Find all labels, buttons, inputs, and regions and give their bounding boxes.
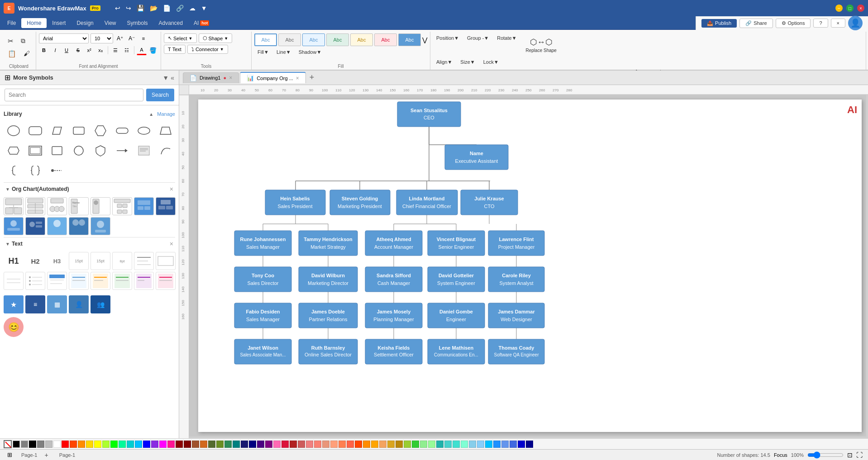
color-swatch-60[interactable] [518,441,525,448]
color-swatch-41[interactable] [363,441,370,448]
text-h3[interactable]: H3 [47,252,67,270]
orgchart-section-header[interactable]: ▼ Org Chart(Automated) × [4,182,175,195]
shadow-button[interactable]: Shadow▼ [296,47,325,57]
color-swatch-57[interactable] [493,441,501,448]
text-small-3[interactable]: 8pt [112,252,132,270]
text-template-colored-6[interactable] [156,272,176,290]
publish-button[interactable]: 📤 Publish [701,19,737,28]
shape-button[interactable]: ⬡ Shape ▼ [199,33,233,43]
tab-org-chart[interactable]: 📊 Company Org ... × [240,72,306,83]
copy-button[interactable]: ⧉ [18,35,29,47]
orgchart-section-close[interactable]: × [170,185,173,193]
color-swatch-19[interactable] [184,441,191,448]
color-swatch-51[interactable] [444,441,452,448]
close-app-button[interactable]: × [831,19,845,28]
orgchart-template-7[interactable] [134,197,154,215]
text-small-1[interactable]: 15pt [69,252,89,270]
text-h1[interactable]: H1 [4,252,24,270]
color-swatch-40[interactable] [355,441,362,448]
tab-drawing1-close[interactable]: × [229,75,232,81]
menu-symbols[interactable]: Symbols [122,18,153,28]
color-swatch-39[interactable] [347,441,354,448]
color-swatch-9[interactable] [102,441,110,448]
focus-button[interactable]: Focus [774,452,787,458]
group-button[interactable]: Group -▼ [464,33,492,56]
orgchart-template-10[interactable] [25,217,45,235]
text-h2[interactable]: H2 [25,252,45,270]
menu-file[interactable]: File [2,18,21,28]
color-swatch-43[interactable] [379,441,386,448]
undo-button[interactable]: ↩ [113,4,122,13]
fullscreen-button[interactable]: ⛶ [856,451,863,459]
color-swatch-3[interactable] [53,441,61,448]
align-arrange-button[interactable]: Align▼ [433,57,455,66]
color-swatch-45[interactable] [396,441,403,448]
font-family-select[interactable]: Arial [39,33,89,43]
fill-button[interactable]: Fill▼ [254,47,272,57]
orgchart-template-12[interactable] [69,217,89,235]
color-swatch-10[interactable] [110,441,118,448]
orgchart-template-5[interactable] [91,197,110,215]
color-swatch-21[interactable] [200,441,207,448]
color-swatch-46[interactable] [404,441,411,448]
color-swatch-26[interactable] [241,441,248,448]
color-swatch-15[interactable] [151,441,158,448]
color-swatch-58[interactable] [501,441,509,448]
text-template-colored-3[interactable] [91,272,110,290]
color-swatch-22[interactable] [208,441,215,448]
shape-pill[interactable] [112,122,132,140]
color-black[interactable] [13,441,20,448]
color-swatch-6[interactable] [78,441,85,448]
format-painter-button[interactable]: 🖌 [20,48,33,60]
color-swatch-30[interactable] [273,441,281,448]
orgchart-template-9[interactable] [4,217,24,235]
color-swatch-8[interactable] [94,441,101,448]
shape-parallelogram[interactable] [47,122,67,140]
color-swatch-18[interactable] [176,441,183,448]
menu-ai[interactable]: AI hot [188,18,215,28]
subscript-button[interactable]: x₂ [95,45,105,55]
color-swatch-42[interactable] [371,441,378,448]
style-swatch-3[interactable]: Abc [302,33,325,46]
color-swatch-5[interactable] [70,441,77,448]
text-small-2[interactable]: 15pt [91,252,110,270]
shape-bracket-box[interactable] [47,142,67,160]
italic-button[interactable]: I [50,45,60,55]
tab-org-close[interactable]: × [296,75,299,81]
color-swatch-34[interactable] [306,441,313,448]
rotate-button[interactable]: Rotate▼ [494,33,520,56]
cut-button[interactable]: ✂ [5,35,17,47]
more-button[interactable]: ▼ [199,4,209,13]
shape-rounded-rect[interactable] [25,122,45,140]
add-page-button[interactable]: + [44,451,48,459]
orgchart-template-3[interactable] [47,197,67,215]
select-button[interactable]: ↖ Select ▼ [164,33,197,43]
text-section-close[interactable]: × [170,240,173,247]
color-swatch-16[interactable] [159,441,167,448]
orgchart-template-13[interactable] [91,217,110,235]
color-swatch-20[interactable] [192,441,199,448]
shape-bracket[interactable] [25,161,45,180]
color-swatch-59[interactable] [510,441,517,448]
shape-plus-dot[interactable] [47,161,67,180]
style-swatch-1[interactable]: Abc [254,33,277,46]
fill-color-button[interactable]: 🪣 [148,45,158,55]
style-swatch-7[interactable]: Abc [398,33,421,46]
lock-button[interactable]: Lock▼ [480,57,502,66]
close-button[interactable]: × [857,5,864,12]
text-template-colored-4[interactable] [112,272,132,290]
add-tab-button[interactable]: + [307,73,317,82]
text-template-icon-5[interactable]: 👥 [91,295,110,313]
search-input[interactable] [5,89,143,101]
shape-hexagon[interactable] [91,122,110,140]
color-swatch-47[interactable] [412,441,419,448]
color-swatch-37[interactable] [330,441,338,448]
color-swatch-55[interactable] [477,441,484,448]
font-decrease-button[interactable]: A⁻ [127,33,137,43]
shape-text-block[interactable] [134,142,154,160]
color-swatch-27[interactable] [249,441,256,448]
shape-oval[interactable] [134,122,154,140]
color-swatch-50[interactable] [436,441,444,448]
shape-brace[interactable] [4,161,24,180]
orgchart-template-2[interactable] [25,197,45,215]
